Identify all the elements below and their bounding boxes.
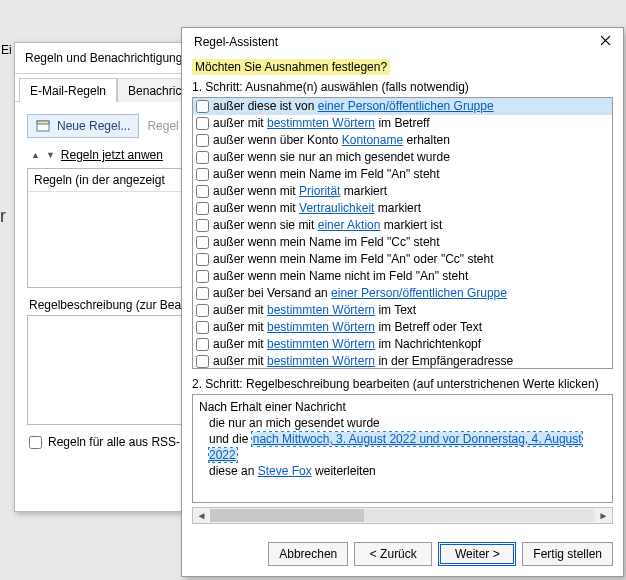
rule-description-editor[interactable]: Nach Erhalt einer Nachricht die nur an m… — [192, 394, 613, 503]
exception-checkbox[interactable] — [196, 219, 209, 232]
exception-row[interactable]: außer wenn über Konto Kontoname erhalten — [193, 132, 612, 149]
finish-button[interactable]: Fertig stellen — [522, 542, 613, 566]
exception-row[interactable]: außer wenn mein Name im Feld "Cc" steht — [193, 234, 612, 251]
exception-row[interactable]: außer wenn mit Vertraulichkeit markiert — [193, 200, 612, 217]
exception-checkbox[interactable] — [196, 168, 209, 181]
exception-value-link[interactable]: einer Person/öffentlichen Gruppe — [318, 99, 494, 113]
exception-row[interactable]: außer wenn mit Priorität markiert — [193, 183, 612, 200]
down-triangle-icon[interactable]: ▼ — [46, 150, 55, 160]
svg-rect-1 — [37, 121, 49, 124]
exception-checkbox[interactable] — [196, 185, 209, 198]
desc-line-3: und die nach Mittwoch, 3. August 2022 un… — [199, 431, 606, 463]
desc-line-4: diese an Steve Fox weiterleiten — [199, 463, 606, 479]
exception-row[interactable]: außer wenn mein Name im Feld "An" steht — [193, 166, 612, 183]
exception-row[interactable]: außer wenn sie mit einer Aktion markiert… — [193, 217, 612, 234]
exception-checkbox[interactable] — [196, 304, 209, 317]
scroll-left-arrow-icon[interactable]: ◄ — [194, 510, 209, 521]
exception-text: außer mit bestimmten Wörtern im Betreff … — [213, 320, 482, 335]
back-button[interactable]: < Zurück — [354, 542, 432, 566]
exception-row[interactable]: außer wenn mein Name im Feld "An" oder "… — [193, 251, 612, 268]
rss-checkbox-label: Regeln für alle aus RSS-Fe — [48, 435, 194, 449]
exception-checkbox[interactable] — [196, 134, 209, 147]
exception-checkbox[interactable] — [196, 253, 209, 266]
exception-text: außer wenn über Konto Kontoname erhalten — [213, 133, 450, 148]
desc-line-4-pre: diese an — [209, 464, 258, 478]
exception-row[interactable]: außer mit bestimmten Wörtern im Text — [193, 302, 612, 319]
up-triangle-icon[interactable]: ▲ — [31, 150, 40, 160]
rules-wizard-dialog: Regel-Assistent Möchten Sie Ausnahmen fe… — [181, 27, 624, 577]
exception-text: außer mit bestimmten Wörtern in der Empf… — [213, 354, 513, 369]
exception-row[interactable]: außer diese ist von einer Person/öffentl… — [193, 98, 612, 115]
exception-checkbox[interactable] — [196, 117, 209, 130]
exception-checkbox[interactable] — [196, 338, 209, 351]
exception-checkbox[interactable] — [196, 355, 209, 368]
cancel-button[interactable]: Abbrechen — [268, 542, 348, 566]
outer-title: Ei — [1, 43, 12, 57]
step2-label: 2. Schritt: Regelbeschreibung bearbeiten… — [192, 377, 613, 391]
exception-value-link[interactable]: bestimmten Wörtern — [267, 337, 375, 351]
exception-text: außer wenn mit Priorität markiert — [213, 184, 387, 199]
forward-recipient-link[interactable]: Steve Fox — [258, 464, 312, 478]
scroll-track[interactable] — [210, 509, 595, 522]
exception-checkbox[interactable] — [196, 270, 209, 283]
next-button[interactable]: Weiter > — [438, 542, 516, 566]
exception-value-link[interactable]: Vertraulichkeit — [299, 201, 374, 215]
new-rule-icon — [36, 118, 52, 134]
exception-row[interactable]: außer mit bestimmten Wörtern im Betreff … — [193, 319, 612, 336]
bg-side-text: r — [0, 206, 6, 227]
exception-checkbox[interactable] — [196, 321, 209, 334]
scroll-thumb[interactable] — [210, 509, 364, 522]
exception-row[interactable]: außer wenn mein Name nicht im Feld "An" … — [193, 268, 612, 285]
new-rule-button[interactable]: Neue Regel... — [27, 114, 139, 138]
exception-text: außer bei Versand an einer Person/öffent… — [213, 286, 507, 301]
close-button[interactable] — [596, 35, 614, 49]
desc-line-4-post: weiterleiten — [312, 464, 376, 478]
exception-value-link[interactable]: Priorität — [299, 184, 340, 198]
exception-value-link[interactable]: bestimmten Wörtern — [267, 303, 375, 317]
date-range-link[interactable]: nach Mittwoch, 3. August 2022 und vor Do… — [209, 432, 582, 462]
exception-value-link[interactable]: Kontoname — [342, 133, 403, 147]
exception-row[interactable]: außer wenn sie nur an mich gesendet wurd… — [193, 149, 612, 166]
exception-value-link[interactable]: bestimmten Wörtern — [267, 116, 375, 130]
exception-text: außer wenn mein Name nicht im Feld "An" … — [213, 269, 468, 284]
rss-checkbox-input[interactable] — [29, 436, 42, 449]
exception-row[interactable]: außer mit bestimmten Wörtern in der Empf… — [193, 353, 612, 369]
exception-text: außer mit bestimmten Wörtern im Text — [213, 303, 416, 318]
exception-value-link[interactable]: einer Person/öffentlichen Gruppe — [331, 286, 507, 300]
close-icon — [600, 35, 611, 46]
desc-line-3-pre: und die — [209, 432, 252, 446]
exception-text: außer mit bestimmten Wörtern im Betreff — [213, 116, 430, 131]
exception-text: außer wenn mit Vertraulichkeit markiert — [213, 201, 421, 216]
desc-line-1: Nach Erhalt einer Nachricht — [199, 399, 606, 415]
exception-text: außer wenn sie mit einer Aktion markiert… — [213, 218, 442, 233]
apply-rules-now[interactable]: Regeln jetzt anwen — [61, 148, 163, 162]
exception-value-link[interactable]: einer Aktion — [318, 218, 381, 232]
exception-text: außer mit bestimmten Wörtern im Nachrich… — [213, 337, 481, 352]
desc-line-2: die nur an mich gesendet wurde — [199, 415, 606, 431]
tab-email-rules[interactable]: E-Mail-Regeln — [19, 78, 117, 102]
exception-row[interactable]: außer mit bestimmten Wörtern im Betreff — [193, 115, 612, 132]
exception-checkbox[interactable] — [196, 100, 209, 113]
exception-checkbox[interactable] — [196, 236, 209, 249]
exception-checkbox[interactable] — [196, 287, 209, 300]
wizard-prompt: Möchten Sie Ausnahmen festlegen? — [192, 59, 390, 75]
exception-text: außer diese ist von einer Person/öffentl… — [213, 99, 494, 114]
exception-value-link[interactable]: bestimmten Wörtern — [267, 320, 375, 334]
exceptions-list[interactable]: außer diese ist von einer Person/öffentl… — [192, 97, 613, 369]
exception-text: außer wenn sie nur an mich gesendet wurd… — [213, 150, 450, 165]
horizontal-scrollbar[interactable]: ◄ ► — [192, 507, 613, 524]
scroll-right-arrow-icon[interactable]: ► — [596, 510, 611, 521]
wizard-title: Regel-Assistent — [194, 35, 278, 49]
exception-text: außer wenn mein Name im Feld "An" oder "… — [213, 252, 493, 267]
exception-row[interactable]: außer mit bestimmten Wörtern im Nachrich… — [193, 336, 612, 353]
new-rule-label: Neue Regel... — [57, 119, 130, 133]
step1-label: 1. Schritt: Ausnahme(n) auswählen (falls… — [192, 80, 613, 94]
exception-row[interactable]: außer bei Versand an einer Person/öffent… — [193, 285, 612, 302]
exception-text: außer wenn mein Name im Feld "Cc" steht — [213, 235, 440, 250]
exception-value-link[interactable]: bestimmten Wörtern — [267, 354, 375, 368]
exception-text: außer wenn mein Name im Feld "An" steht — [213, 167, 440, 182]
exception-checkbox[interactable] — [196, 202, 209, 215]
exception-checkbox[interactable] — [196, 151, 209, 164]
